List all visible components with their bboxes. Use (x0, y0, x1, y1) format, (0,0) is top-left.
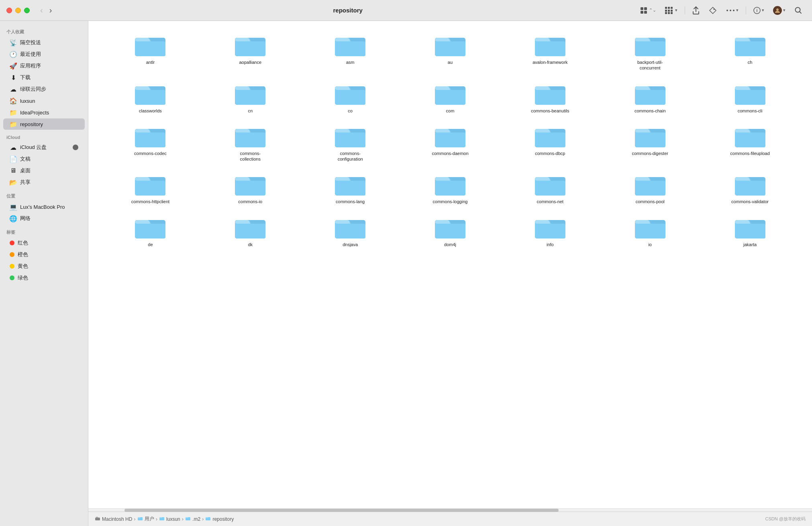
folder-item-ch[interactable]: ch (700, 29, 800, 74)
folder-item-backport-util-concurrent[interactable]: backport-util-concurrent (600, 29, 700, 74)
sidebar-item-share[interactable]: 📂共享 (3, 177, 85, 188)
folder-item-commons-daemon[interactable]: commons-daemon (400, 120, 500, 165)
folder-label-commons-beanutils: commons-beanutils (531, 108, 569, 114)
folder-item-antlr[interactable]: antlr (100, 29, 200, 74)
search-button[interactable] (791, 5, 806, 16)
close-button[interactable] (6, 8, 12, 13)
folder-item-commons-beanutils[interactable]: commons-beanutils (500, 77, 600, 117)
sidebar-item-macbook[interactable]: 💻Lux's MacBook Pro (3, 201, 85, 212)
folder-item-asm[interactable]: asm (300, 29, 400, 74)
statusbar-path-label-users: 用户 (145, 516, 154, 522)
sidebar-icon-macbook: 💻 (10, 203, 17, 210)
folder-icon-commons-logging (434, 171, 466, 197)
statusbar-path-icon-users (137, 516, 143, 522)
tag-label-green: 绿色 (18, 274, 28, 281)
folder-item-dk[interactable]: dk (200, 211, 300, 251)
sidebar-item-idea[interactable]: 📁IdeaProjects (3, 107, 85, 118)
sidebar-tag-red[interactable]: 红色 (3, 237, 85, 249)
folder-item-avalon-framework[interactable]: avalon-framework (500, 29, 600, 74)
maximize-button[interactable] (24, 8, 30, 13)
sidebar-item-network[interactable]: 🌐网络 (3, 213, 85, 224)
folder-icon-asm (334, 32, 366, 58)
tag-button[interactable] (705, 4, 720, 16)
folder-item-commons-dbcp[interactable]: commons-dbcp (500, 120, 600, 165)
folder-icon-commons-codec (134, 123, 166, 149)
sidebar-label-greenlian: 绿联云同步 (20, 86, 46, 93)
folder-item-info[interactable]: info (500, 211, 600, 251)
folder-item-commons-configuration[interactable]: commons-configuration (300, 120, 400, 165)
folder-label-jakarta: jakarta (743, 242, 757, 247)
tag-label-orange: 橙色 (18, 251, 28, 258)
sidebar-item-luxsun[interactable]: 🏠luxsun (3, 95, 85, 106)
sidebar-item-greenlian[interactable]: ☁绿联云同步 (3, 84, 85, 95)
sidebar-tag-yellow[interactable]: 黄色 (3, 261, 85, 272)
statusbar-path-item-luxsun[interactable]: luxsun (159, 516, 180, 522)
sidebar-item-downloads[interactable]: ⬇下载 (3, 72, 85, 83)
back-button[interactable]: ‹ (38, 5, 45, 16)
folder-item-au[interactable]: au (400, 29, 500, 74)
folder-item-commons-lang[interactable]: commons-lang (300, 168, 400, 208)
folder-icon-commons-cli (734, 81, 766, 106)
sidebar-item-recent[interactable]: 🕐最近使用 (3, 49, 85, 60)
folder-label-io: io (648, 242, 652, 247)
folder-item-commons-validator[interactable]: commons-validator (700, 168, 800, 208)
svg-point-14 (726, 10, 728, 11)
scrollbar-track[interactable] (88, 508, 812, 512)
sidebar-item-icloud-drive[interactable]: ☁iCloud 云盘 (3, 142, 85, 153)
folder-item-io[interactable]: io (600, 211, 700, 251)
sidebar-tag-orange[interactable]: 橙色 (3, 249, 85, 260)
minimize-button[interactable] (15, 8, 21, 13)
folder-item-com[interactable]: com (400, 77, 500, 117)
tags-section-label: 标签 (0, 224, 88, 237)
folder-item-commons-fileupload[interactable]: commons-fileupload (700, 120, 800, 165)
folder-item-dnsjava[interactable]: dnsjava (300, 211, 400, 251)
folder-label-commons-chain: commons-chain (635, 108, 666, 114)
user-dropdown-button[interactable]: ▾ (770, 4, 789, 16)
sidebar-tags: 红色橙色黄色绿色 (0, 237, 88, 283)
view-list-button[interactable]: ▾ (662, 5, 681, 16)
svg-rect-7 (668, 7, 670, 9)
more-button[interactable]: ▾ (723, 6, 742, 14)
path-separator-1: › (134, 516, 135, 522)
sidebar-item-docs[interactable]: 📄文稿 (3, 153, 85, 165)
sidebar-item-desktop[interactable]: 🖥桌面 (3, 165, 85, 176)
statusbar-path-item-macintosh-hd[interactable]: Macintosh HD (95, 516, 132, 522)
folder-label-commons-cli: commons-cli (738, 108, 763, 114)
view-icon-button[interactable]: ⌃⌄ (637, 5, 659, 16)
svg-rect-11 (671, 10, 673, 12)
folder-item-commons-cli[interactable]: commons-cli (700, 77, 800, 117)
scrollbar-thumb[interactable] (124, 509, 559, 512)
folder-item-commons-chain[interactable]: commons-chain (600, 77, 700, 117)
statusbar-path-item-users[interactable]: 用户 (137, 516, 154, 522)
svg-point-19 (776, 8, 779, 11)
info-dropdown-button[interactable]: i ▾ (750, 5, 767, 16)
folder-item-cn[interactable]: cn (200, 77, 300, 117)
folder-item-co[interactable]: co (300, 77, 400, 117)
folder-item-commons-digester[interactable]: commons-digester (600, 120, 700, 165)
folder-label-commons-io: commons-io (238, 199, 262, 204)
statusbar-path-item-m2[interactable]: .m2 (185, 516, 200, 522)
sidebar-label-macbook: Lux's MacBook Pro (20, 204, 65, 210)
folder-item-classworlds[interactable]: classworlds (100, 77, 200, 117)
sidebar-item-repository[interactable]: 📁repository (3, 118, 85, 130)
folder-item-dom4j[interactable]: dom4j (400, 211, 500, 251)
folder-item-aopalliance[interactable]: aopalliance (200, 29, 300, 74)
forward-button[interactable]: › (47, 5, 55, 16)
path-separator-3: › (182, 516, 184, 522)
folder-item-commons-codec[interactable]: commons-codec (100, 120, 200, 165)
sidebar-item-airdrop[interactable]: 📡隔空投送 (3, 37, 85, 48)
folder-item-jakarta[interactable]: jakarta (700, 211, 800, 251)
folder-item-commons-io[interactable]: commons-io (200, 168, 300, 208)
sidebar-item-apps[interactable]: 🚀应用程序 (3, 60, 85, 71)
folder-item-de[interactable]: de (100, 211, 200, 251)
share-button[interactable] (689, 4, 703, 16)
folder-item-commons-net[interactable]: commons-net (500, 168, 600, 208)
folder-item-commons-pool[interactable]: commons-pool (600, 168, 700, 208)
folder-item-commons-collections[interactable]: commons-collections (200, 120, 300, 165)
statusbar: Macintosh HD›用户›luxsun›.m2›repository CS… (88, 512, 812, 526)
folder-item-commons-httpclient[interactable]: commons-httpclient (100, 168, 200, 208)
sidebar-tag-green[interactable]: 绿色 (3, 272, 85, 283)
statusbar-path-item-repository[interactable]: repository (205, 516, 234, 522)
folder-item-commons-logging[interactable]: commons-logging (400, 168, 500, 208)
divider2 (746, 6, 746, 14)
